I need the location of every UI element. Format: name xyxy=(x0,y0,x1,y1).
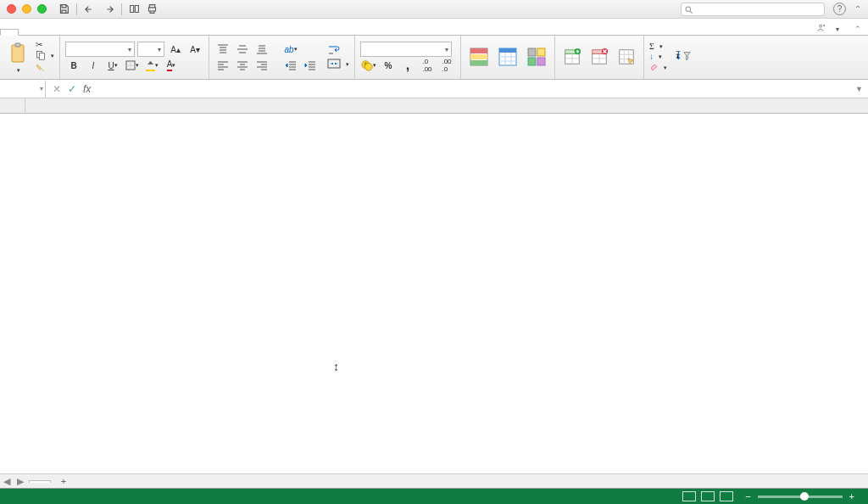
paste-button[interactable]: ▾ xyxy=(5,41,32,75)
svg-point-1 xyxy=(820,25,822,27)
align-center-button[interactable] xyxy=(234,58,251,73)
tab-home[interactable] xyxy=(0,29,19,36)
search-sheet-input[interactable] xyxy=(681,3,825,16)
ribbon-tabs: ▾ ⌃ xyxy=(0,19,868,36)
percent-button[interactable]: % xyxy=(380,58,397,73)
increase-font-button[interactable]: A▴ xyxy=(167,42,184,57)
cancel-formula-icon[interactable]: ✕ xyxy=(53,83,61,95)
cut-button[interactable]: ✂︎ xyxy=(36,40,54,49)
svg-rect-16 xyxy=(528,48,536,56)
svg-point-0 xyxy=(686,7,691,12)
select-all-corner[interactable] xyxy=(0,98,25,114)
normal-view-icon[interactable] xyxy=(682,491,696,501)
page-break-view-icon[interactable] xyxy=(720,491,733,501)
zoom-in-button[interactable]: + xyxy=(849,491,854,501)
conditional-formatting-button[interactable] xyxy=(466,46,492,69)
help-button[interactable]: ? xyxy=(833,3,846,15)
add-sheet-button[interactable]: + xyxy=(56,476,71,486)
tab-insert[interactable] xyxy=(19,30,36,35)
decrease-indent-button[interactable] xyxy=(282,58,299,73)
number-format-select[interactable]: ▾ xyxy=(360,42,452,57)
insert-cells-button[interactable] xyxy=(560,47,584,68)
expand-formula-bar-icon[interactable]: ▼ xyxy=(850,85,868,93)
zoom-window-button[interactable] xyxy=(37,4,47,14)
redo-icon[interactable] xyxy=(103,4,114,14)
zoom-out-button[interactable]: − xyxy=(745,491,750,501)
increase-indent-button[interactable] xyxy=(302,58,319,73)
page-layout-view-icon[interactable] xyxy=(701,491,715,501)
tab-view[interactable] xyxy=(103,30,120,35)
italic-button[interactable]: I xyxy=(85,58,102,73)
cell-styles-button[interactable] xyxy=(524,46,549,69)
svg-rect-17 xyxy=(537,48,545,56)
align-top-button[interactable] xyxy=(214,42,231,57)
svg-rect-3 xyxy=(15,43,20,47)
svg-rect-13 xyxy=(470,60,487,65)
format-as-table-button[interactable] xyxy=(495,46,520,69)
zoom-slider[interactable] xyxy=(758,496,843,498)
sort-filter-button[interactable] xyxy=(670,47,694,68)
align-bottom-button[interactable] xyxy=(253,42,270,57)
copy-button[interactable]: ▾ xyxy=(36,50,54,62)
autosum-button[interactable]: Σ▾ xyxy=(649,42,667,51)
undo-icon[interactable] xyxy=(84,4,96,14)
tab-formulas[interactable] xyxy=(53,30,70,35)
title-bar: ? ⌃ xyxy=(0,0,868,19)
group-alignment: ab▾ ▾ xyxy=(209,36,355,79)
name-box[interactable]: ▾ xyxy=(0,81,46,98)
format-painter-button[interactable] xyxy=(36,63,54,75)
font-size-select[interactable]: ▾ xyxy=(137,42,164,57)
svg-rect-18 xyxy=(528,58,536,65)
scissors-icon: ✂︎ xyxy=(36,40,42,49)
clear-button[interactable]: ▾ xyxy=(649,62,667,73)
font-color-button[interactable]: A▾ xyxy=(163,58,180,73)
align-middle-button[interactable] xyxy=(234,42,251,57)
sheet-nav-prev[interactable]: ◀ xyxy=(0,476,14,487)
tab-review[interactable] xyxy=(86,30,103,35)
fill-color-button[interactable]: ▾ xyxy=(143,58,160,73)
align-left-button[interactable] xyxy=(214,58,231,73)
enter-formula-icon[interactable]: ✓ xyxy=(68,83,76,95)
svg-rect-5 xyxy=(40,53,45,60)
column-headers[interactable] xyxy=(25,98,868,114)
sheet-tab-bar: ◀ ▶ + xyxy=(0,473,868,489)
increase-decimal-button[interactable]: .0.00 xyxy=(419,58,436,73)
wrap-text-button[interactable] xyxy=(327,44,349,58)
format-cells-button[interactable] xyxy=(615,47,638,68)
spreadsheet-grid[interactable]: ↕ xyxy=(0,98,868,473)
book-icon[interactable] xyxy=(129,3,140,14)
minimize-window-button[interactable] xyxy=(22,4,31,14)
svg-rect-2 xyxy=(12,45,24,62)
fx-icon[interactable]: fx xyxy=(83,83,91,95)
decrease-decimal-button[interactable]: .00.0 xyxy=(438,58,455,73)
svg-point-9 xyxy=(364,63,372,70)
align-right-button[interactable] xyxy=(253,58,270,73)
comma-button[interactable]: , xyxy=(399,58,416,73)
quick-access-toolbar xyxy=(58,3,158,15)
decrease-font-button[interactable]: A▾ xyxy=(186,42,203,57)
tab-data[interactable] xyxy=(70,30,86,35)
delete-cells-button[interactable] xyxy=(587,47,611,68)
fill-button[interactable]: ↓▾ xyxy=(649,52,667,61)
save-icon[interactable] xyxy=(58,3,70,14)
chevron-up-icon[interactable]: ⌃ xyxy=(854,4,861,14)
wrap-text-icon xyxy=(327,44,341,58)
zoom-controls[interactable]: − + xyxy=(745,491,861,501)
print-icon[interactable] xyxy=(147,3,158,14)
underline-button[interactable]: U▾ xyxy=(104,58,121,73)
font-name-select[interactable]: ▾ xyxy=(65,42,135,57)
collapse-ribbon-icon[interactable]: ⌃ xyxy=(854,25,861,33)
view-buttons[interactable] xyxy=(682,491,733,501)
orientation-button[interactable]: ab▾ xyxy=(282,42,299,57)
window-controls xyxy=(0,4,47,14)
search-icon xyxy=(684,5,693,16)
sheet-tab-active[interactable] xyxy=(29,480,51,483)
tab-page-layout[interactable] xyxy=(36,30,53,35)
currency-button[interactable]: ▾ xyxy=(360,58,377,73)
borders-button[interactable]: ▾ xyxy=(124,58,141,73)
formula-input[interactable] xyxy=(97,83,850,95)
bold-button[interactable]: B xyxy=(65,58,82,73)
merge-center-button[interactable]: ▾ xyxy=(327,59,349,70)
sheet-nav-next[interactable]: ▶ xyxy=(14,476,27,487)
close-window-button[interactable] xyxy=(7,4,16,14)
